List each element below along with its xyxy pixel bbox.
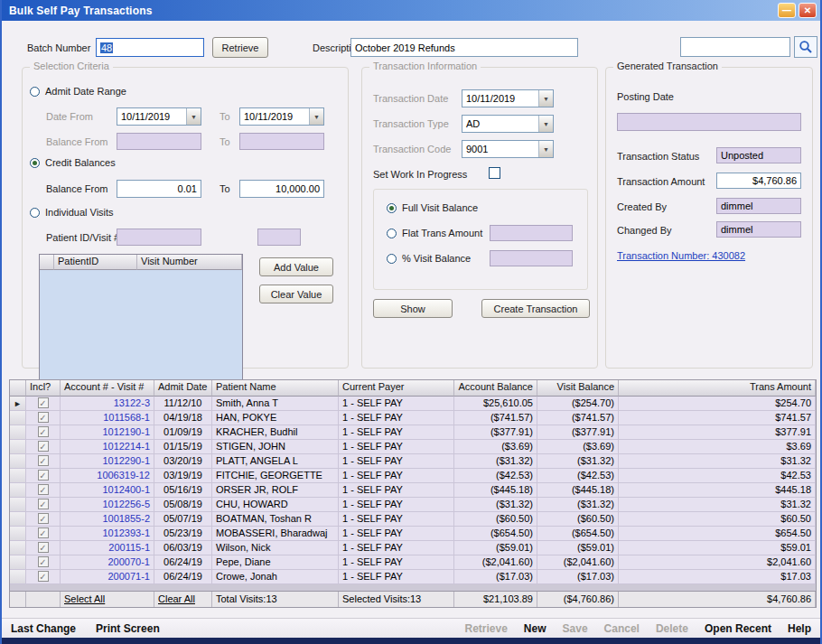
account-visit-link[interactable]: 200071-1 — [61, 570, 154, 584]
account-visit-link[interactable]: 1012290-1 — [61, 454, 154, 469]
table-row[interactable]: ✓200115-106/03/19Wilson, Nick1 - SELF PA… — [10, 541, 816, 555]
statusbar-new-button[interactable]: New — [524, 622, 546, 635]
chevron-down-icon[interactable]: ▼ — [186, 108, 201, 125]
account-visit-link[interactable]: 1012256-5 — [61, 498, 154, 512]
close-button[interactable]: ✕ — [799, 3, 817, 18]
table-row[interactable]: ✓1012256-505/08/19CHU, HOWARD1 - SELF PA… — [10, 498, 816, 512]
transaction-type-select[interactable]: AD ▼ — [462, 115, 554, 133]
individual-visits-radio[interactable] — [30, 208, 40, 218]
row-selector-cell[interactable] — [10, 411, 26, 425]
row-selector-cell[interactable] — [10, 469, 26, 483]
select-all-button[interactable]: Select All — [61, 592, 154, 607]
credit-balances-radio[interactable] — [30, 158, 40, 168]
incl-checkbox[interactable]: ✓ — [38, 527, 49, 538]
table-row[interactable]: ✓200070-106/24/19Pepe, Diane1 - SELF PAY… — [10, 555, 816, 570]
incl-checkbox[interactable]: ✓ — [38, 499, 49, 509]
statusbar-help-button[interactable]: Help — [788, 622, 811, 635]
account-visit-link[interactable]: 1006319-12 — [61, 469, 154, 483]
account-visit-link[interactable]: 1001855-2 — [61, 512, 154, 527]
table-row[interactable]: ✓1011568-104/19/18HAN, POKYE1 - SELF PAY… — [10, 411, 816, 425]
incl-checkbox[interactable]: ✓ — [38, 397, 49, 408]
incl-checkbox[interactable]: ✓ — [38, 455, 49, 466]
list-patientid-header[interactable]: PatientID — [54, 255, 137, 270]
list-visitnumber-header[interactable]: Visit Number — [137, 255, 242, 270]
incl-checkbox[interactable]: ✓ — [38, 441, 49, 452]
row-selector-cell[interactable] — [10, 570, 26, 584]
account-visit-link[interactable]: 1012400-1 — [61, 483, 154, 498]
incl-checkbox[interactable]: ✓ — [38, 542, 49, 553]
row-selector-cell[interactable] — [10, 498, 26, 512]
clear-all-button[interactable]: Clear All — [154, 592, 212, 607]
account-visit-link[interactable]: 1012214-1 — [61, 440, 154, 454]
minimize-button[interactable]: — — [778, 3, 796, 18]
incl-checkbox[interactable]: ✓ — [38, 556, 49, 567]
set-wip-checkbox[interactable] — [489, 167, 500, 179]
incl-checkbox[interactable]: ✓ — [38, 513, 49, 524]
search-button[interactable] — [794, 36, 817, 58]
clear-value-button[interactable]: Clear Value — [259, 285, 333, 303]
transaction-date-picker[interactable]: 10/11/2019 ▼ — [462, 89, 554, 107]
flat-trans-amount-radio[interactable] — [387, 229, 397, 238]
description-input[interactable]: October 2019 Refunds — [350, 38, 578, 57]
row-selector-cell[interactable] — [10, 527, 26, 541]
incl-checkbox[interactable]: ✓ — [38, 470, 49, 481]
chevron-down-icon[interactable]: ▼ — [538, 90, 553, 107]
row-selector-cell[interactable] — [10, 454, 26, 469]
row-selector-cell[interactable] — [10, 440, 26, 454]
incl-checkbox[interactable]: ✓ — [38, 426, 49, 437]
row-selector-cell[interactable] — [10, 425, 26, 440]
row-selector-cell[interactable] — [10, 541, 26, 555]
show-button[interactable]: Show — [373, 299, 453, 318]
table-row[interactable]: ✓1006319-1203/19/19FITCHIE, GEORGETTE1 -… — [10, 469, 816, 483]
table-row[interactable]: ✓1012393-105/23/19MOBASSERI, Bharadwaj1 … — [10, 527, 816, 541]
batch-number-input[interactable]: 48 — [96, 38, 204, 57]
last-change-button[interactable]: Last Change — [11, 622, 76, 635]
col-header-incl[interactable]: Incl? — [26, 380, 61, 397]
account-visit-link[interactable]: 13122-3 — [61, 397, 154, 411]
retrieve-button[interactable]: Retrieve — [212, 37, 268, 58]
row-selector-cell[interactable] — [10, 555, 26, 570]
table-row[interactable]: ✓1001855-205/07/19BOATMAN, Toshan R1 - S… — [10, 512, 816, 527]
credit-balance-to-input[interactable]: 10,000.00 — [239, 180, 324, 198]
row-selector-cell[interactable]: ► — [10, 397, 26, 411]
col-header-account[interactable]: Account # - Visit # — [61, 380, 154, 397]
account-visit-link[interactable]: 1011568-1 — [61, 411, 154, 425]
col-header-admit-date[interactable]: Admit Date — [154, 380, 212, 397]
account-visit-link[interactable]: 1012393-1 — [61, 527, 154, 541]
col-header-patient-name[interactable]: Patient Name — [212, 380, 339, 397]
chevron-down-icon[interactable]: ▼ — [538, 116, 553, 132]
incl-checkbox[interactable]: ✓ — [38, 412, 49, 423]
table-row[interactable]: ✓200071-106/24/19Crowe, Jonah1 - SELF PA… — [10, 570, 816, 584]
incl-checkbox[interactable]: ✓ — [38, 484, 49, 495]
account-visit-link[interactable]: 1012190-1 — [61, 425, 154, 440]
table-row[interactable]: ✓1012290-103/20/19PLATT, ANGELA L1 - SEL… — [10, 454, 816, 469]
row-selector-cell[interactable] — [10, 512, 26, 527]
create-transaction-button[interactable]: Create Transaction — [481, 299, 590, 318]
incl-checkbox[interactable]: ✓ — [38, 571, 49, 582]
row-selector-cell[interactable] — [10, 483, 26, 498]
percent-visit-balance-radio[interactable] — [387, 254, 397, 264]
full-visit-balance-radio[interactable] — [387, 203, 397, 213]
account-visit-link[interactable]: 200070-1 — [61, 555, 154, 570]
transaction-number-link[interactable]: Transaction Number: 430082 — [617, 250, 745, 261]
print-screen-button[interactable]: Print Screen — [96, 622, 160, 635]
add-value-button[interactable]: Add Value — [259, 257, 333, 276]
chevron-down-icon[interactable]: ▼ — [538, 141, 553, 157]
col-header-current-payer[interactable]: Current Payer — [339, 380, 454, 397]
table-row[interactable]: ✓1012214-101/15/19STIGEN, JOHN1 - SELF P… — [10, 440, 816, 454]
account-visit-link[interactable]: 200115-1 — [61, 541, 154, 555]
date-from-picker[interactable]: 10/11/2019 ▼ — [117, 107, 201, 126]
statusbar-open-recent-button[interactable]: Open Recent — [705, 622, 771, 635]
admit-date-range-radio[interactable] — [30, 87, 40, 97]
col-header-account-balance[interactable]: Account Balance — [454, 380, 537, 397]
date-to-picker[interactable]: 10/11/2019 ▼ — [239, 107, 324, 126]
transaction-code-select[interactable]: 9001 ▼ — [462, 140, 554, 158]
search-input[interactable] — [680, 37, 790, 57]
credit-balance-from-input[interactable]: 0.01 — [117, 180, 201, 198]
table-row[interactable]: ✓1012400-105/16/19ORSER JR, ROLF1 - SELF… — [10, 483, 816, 498]
col-header-visit-balance[interactable]: Visit Balance — [537, 380, 619, 397]
col-header-trans-amount[interactable]: Trans Amount — [619, 380, 816, 397]
table-row[interactable]: ✓1012190-101/09/19KRACHER, Budhil1 - SEL… — [10, 425, 816, 440]
chevron-down-icon[interactable]: ▼ — [309, 108, 323, 125]
patient-visit-list[interactable]: PatientID Visit Number — [39, 254, 243, 386]
